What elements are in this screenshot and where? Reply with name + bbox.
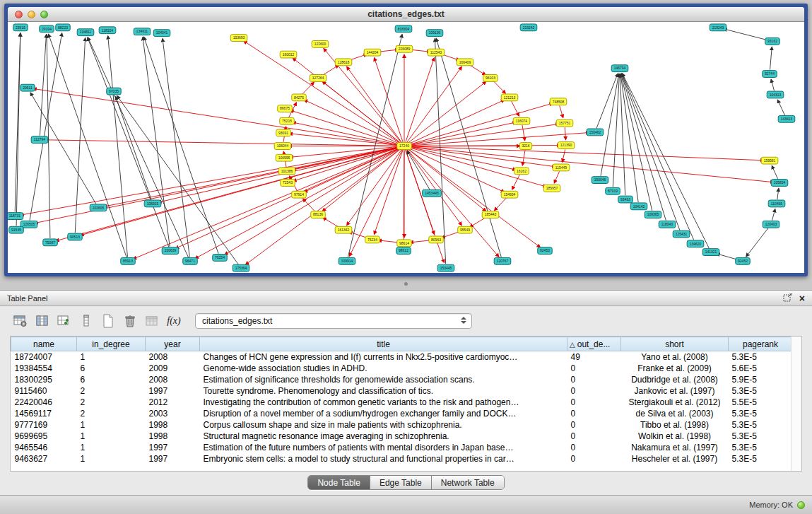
graph-node[interactable]: 3216 (519, 143, 531, 150)
graph-node[interactable]: 112794 (31, 136, 48, 144)
graph-node[interactable]: 97914 (292, 191, 307, 198)
graph-node[interactable]: 92744 (763, 71, 777, 78)
minimize-button[interactable] (28, 11, 35, 18)
graph-node[interactable]: 220639 (162, 247, 179, 255)
graph-node[interactable]: 1453445 (423, 189, 442, 197)
graph-node[interactable]: 202605 (90, 204, 107, 211)
graph-node[interactable]: 818304 (395, 25, 412, 33)
cell-title[interactable]: Embryonic stem cells: a model to study s… (200, 453, 567, 465)
cell-pagerank[interactable]: 5.5E-5 (729, 397, 792, 408)
graph-node[interactable]: 120767 (494, 257, 511, 264)
tab-node-table[interactable]: Node Table (308, 476, 370, 489)
graph-node[interactable]: 112543 (428, 49, 445, 56)
delete-table-icon[interactable] (121, 313, 139, 329)
cell-name[interactable]: 9699695 (11, 431, 77, 442)
edit-table-icon[interactable] (55, 313, 73, 329)
graph-node[interactable]: 93463 (618, 196, 633, 203)
cell-out_degree[interactable]: 0 (567, 453, 621, 465)
graph-node[interactable]: 110465 (768, 200, 785, 207)
network-graph[interactable]: 1724032161616215493418544395549809639861… (8, 22, 804, 273)
cell-in_degree[interactable]: 1 (77, 351, 146, 363)
graph-node[interactable]: 127264 (310, 75, 326, 82)
table-row[interactable]: 946362711997Embryonic stem cells: a mode… (11, 453, 792, 465)
cell-title[interactable]: Disruption of a novel member of a sodium… (200, 408, 567, 419)
graph-node[interactable]: 98612 (396, 247, 411, 255)
cell-pagerank[interactable]: 5.3E-5 (729, 442, 792, 453)
graph-node[interactable]: 96471 (183, 257, 198, 264)
cell-title[interactable]: Changes of HCN gene expression and I(f) … (200, 351, 567, 363)
graph-node[interactable]: 219242 (520, 24, 537, 31)
splitter-handle[interactable] (404, 282, 408, 286)
graph-node[interactable]: 134911 (134, 28, 151, 35)
tab-edge-table[interactable]: Edge Table (370, 476, 432, 489)
graph-node[interactable]: 128618 (335, 59, 352, 66)
graph-node[interactable]: 29194 (40, 25, 54, 33)
graph-node[interactable]: 157751 (556, 119, 573, 127)
graph-node[interactable]: 109914 (339, 257, 355, 264)
table-row[interactable]: 911546021997Tourette syndrome. Phenomeno… (11, 385, 792, 397)
cell-year[interactable]: 1998 (146, 431, 200, 442)
cell-short[interactable]: de Silva et al. (2003) (621, 408, 729, 419)
cell-name[interactable]: 9463627 (11, 453, 77, 465)
graph-node[interactable]: 100995 (276, 154, 293, 161)
cell-year[interactable]: 1997 (146, 442, 200, 453)
graph-node[interactable]: 118731 (8, 213, 23, 220)
column-icon[interactable] (77, 313, 95, 329)
graph-node[interactable]: 748508 (550, 98, 567, 105)
cell-year[interactable]: 1998 (146, 419, 200, 431)
cell-year[interactable]: 1997 (146, 453, 200, 465)
graph-node[interactable]: 105834 (771, 180, 788, 187)
graph-node[interactable]: 105915 (144, 200, 161, 207)
graph-node[interactable]: 166409 (457, 59, 473, 66)
cell-title[interactable]: Estimation of the future numbers of pati… (200, 442, 567, 453)
cell-in_degree[interactable]: 1 (77, 419, 146, 431)
cell-name[interactable]: 18300295 (11, 374, 77, 385)
table-row[interactable]: 2242004622012Investigating the contribut… (11, 397, 792, 408)
cell-in_degree[interactable]: 6 (77, 363, 146, 374)
cell-pagerank[interactable]: 5.3E-5 (729, 453, 792, 465)
cell-out_degree[interactable]: 0 (567, 408, 621, 419)
table-row[interactable]: 969969511998Structural magnetic resonanc… (11, 431, 792, 442)
cell-name[interactable]: 9777169 (11, 419, 77, 431)
graph-node[interactable]: 96103 (483, 75, 498, 82)
column-header-short[interactable]: short (621, 337, 729, 351)
graph-node[interactable]: 141321 (702, 249, 719, 256)
graph-node[interactable]: 93162 (765, 38, 780, 45)
graph-node[interactable]: 85913 (121, 257, 136, 264)
tab-network-table[interactable]: Network Table (432, 476, 504, 489)
graph-node[interactable]: 116074 (513, 117, 530, 124)
cell-in_degree[interactable]: 1 (77, 442, 146, 453)
cell-title[interactable]: Genome-wide association studies in ADHD. (200, 363, 567, 374)
graph-node[interactable]: 92450 (538, 247, 553, 255)
graph-node[interactable]: 226089 (396, 45, 413, 52)
graph-node[interactable]: 160012 (280, 51, 297, 58)
cell-out_degree[interactable]: 0 (567, 431, 621, 442)
graph-node[interactable]: 98614 (397, 240, 412, 247)
table-vertical-scrollbar[interactable] (791, 337, 801, 471)
graph-node[interactable]: 104811 (77, 29, 94, 36)
graph-node[interactable]: 121213 (501, 94, 518, 101)
graph-node[interactable]: 93091 (276, 129, 291, 136)
cell-out_degree[interactable]: 0 (567, 397, 621, 408)
cell-out_degree[interactable]: 0 (567, 374, 621, 385)
graph-node[interactable]: 115449 (553, 164, 570, 171)
graph-node[interactable]: 143413 (778, 115, 795, 122)
cell-in_degree[interactable]: 2 (77, 385, 146, 397)
cell-out_degree[interactable]: 0 (567, 442, 621, 453)
cell-pagerank[interactable]: 5.3E-5 (729, 419, 792, 431)
cell-short[interactable]: Dudbridge et al. (2008) (621, 374, 729, 385)
cell-in_degree[interactable]: 2 (77, 397, 146, 408)
graph-node[interactable]: 104142 (630, 203, 647, 210)
graph-node[interactable]: 150046 (592, 177, 608, 184)
graph-node[interactable]: 84275 (292, 94, 307, 101)
cell-in_degree[interactable]: 2 (77, 408, 146, 419)
cell-out_degree[interactable]: 0 (567, 363, 621, 374)
network-table-select[interactable]: citations_edges.txt (195, 313, 472, 329)
cell-pagerank[interactable]: 5.6E-5 (729, 363, 792, 374)
graph-node[interactable]: 154934 (501, 191, 518, 198)
cell-short[interactable]: Wolkin et al. (1998) (621, 431, 729, 442)
table-row[interactable]: 977716911998Corpus callosum shape and si… (11, 419, 792, 431)
graph-node[interactable]: 16162 (514, 168, 529, 175)
graph-node[interactable]: 144204 (364, 49, 381, 56)
table-row[interactable]: 946554611997Estimation of the future num… (11, 442, 792, 453)
